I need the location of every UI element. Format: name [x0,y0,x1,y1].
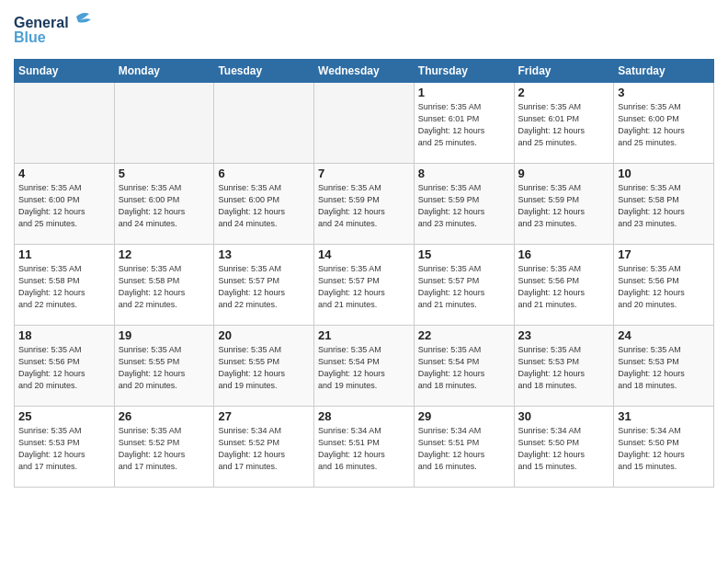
calendar-header-friday: Friday [514,60,614,83]
day-number: 24 [618,328,710,342]
day-info: Sunrise: 5:35 AM Sunset: 6:00 PM Dayligh… [18,182,110,230]
day-number: 30 [518,409,610,423]
day-number: 6 [218,167,310,180]
day-info: Sunrise: 5:35 AM Sunset: 5:54 PM Dayligh… [318,344,410,392]
calendar-cell: 8Sunrise: 5:35 AM Sunset: 5:59 PM Daylig… [414,164,514,245]
day-info: Sunrise: 5:35 AM Sunset: 5:55 PM Dayligh… [119,344,210,392]
calendar-cell: 27Sunrise: 5:34 AM Sunset: 5:52 PM Dayli… [214,407,314,488]
calendar-cell: 4Sunrise: 5:35 AM Sunset: 6:00 PM Daylig… [15,164,115,245]
calendar-cell: 5Sunrise: 5:35 AM Sunset: 6:00 PM Daylig… [114,164,214,245]
day-info: Sunrise: 5:35 AM Sunset: 5:58 PM Dayligh… [18,263,110,311]
calendar-header-monday: Monday [114,60,214,83]
calendar-table: SundayMondayTuesdayWednesdayThursdayFrid… [14,59,714,488]
day-number: 26 [119,409,210,423]
calendar-header-tuesday: Tuesday [214,60,314,83]
day-info: Sunrise: 5:35 AM Sunset: 5:53 PM Dayligh… [18,425,110,473]
day-number: 17 [618,247,710,261]
page: General Blue SundayMondayTuesdayWednesda… [0,0,728,497]
day-number: 2 [518,86,610,99]
day-number: 25 [18,409,110,423]
day-number: 15 [418,247,510,261]
day-number: 8 [418,167,510,180]
calendar-cell: 26Sunrise: 5:35 AM Sunset: 5:52 PM Dayli… [114,407,214,488]
svg-text:General: General [14,15,69,30]
day-info: Sunrise: 5:35 AM Sunset: 5:57 PM Dayligh… [318,263,410,311]
day-info: Sunrise: 5:35 AM Sunset: 6:01 PM Dayligh… [418,101,510,149]
calendar-cell: 21Sunrise: 5:35 AM Sunset: 5:54 PM Dayli… [314,326,415,407]
day-number: 23 [518,328,610,342]
calendar-header-row: SundayMondayTuesdayWednesdayThursdayFrid… [15,60,714,83]
calendar-cell: 1Sunrise: 5:35 AM Sunset: 6:01 PM Daylig… [414,83,514,164]
day-info: Sunrise: 5:35 AM Sunset: 5:59 PM Dayligh… [418,182,510,230]
calendar-cell [214,83,314,164]
calendar-header-saturday: Saturday [614,60,714,83]
calendar-cell: 3Sunrise: 5:35 AM Sunset: 6:00 PM Daylig… [614,83,714,164]
calendar-cell: 25Sunrise: 5:35 AM Sunset: 5:53 PM Dayli… [15,407,115,488]
day-number: 18 [18,328,110,342]
calendar-week-4: 18Sunrise: 5:35 AM Sunset: 5:56 PM Dayli… [15,326,714,407]
day-info: Sunrise: 5:35 AM Sunset: 5:55 PM Dayligh… [218,344,310,392]
day-number: 22 [418,328,510,342]
day-info: Sunrise: 5:35 AM Sunset: 6:00 PM Dayligh… [218,182,310,230]
day-number: 27 [218,409,310,423]
day-number: 4 [18,167,110,180]
day-number: 21 [318,328,410,342]
day-info: Sunrise: 5:35 AM Sunset: 5:57 PM Dayligh… [418,263,510,311]
calendar-header-wednesday: Wednesday [314,60,415,83]
calendar-cell: 19Sunrise: 5:35 AM Sunset: 5:55 PM Dayli… [114,326,214,407]
day-number: 12 [119,247,210,261]
day-info: Sunrise: 5:34 AM Sunset: 5:52 PM Dayligh… [218,425,310,473]
calendar-cell: 14Sunrise: 5:35 AM Sunset: 5:57 PM Dayli… [314,245,415,326]
calendar-cell: 20Sunrise: 5:35 AM Sunset: 5:55 PM Dayli… [214,326,314,407]
calendar-cell: 28Sunrise: 5:34 AM Sunset: 5:51 PM Dayli… [314,407,415,488]
day-number: 10 [618,167,710,180]
calendar-cell: 29Sunrise: 5:34 AM Sunset: 5:51 PM Dayli… [414,407,514,488]
day-info: Sunrise: 5:35 AM Sunset: 5:59 PM Dayligh… [318,182,410,230]
day-info: Sunrise: 5:34 AM Sunset: 5:50 PM Dayligh… [518,425,610,473]
calendar-week-1: 1Sunrise: 5:35 AM Sunset: 6:01 PM Daylig… [15,83,714,164]
calendar-cell: 2Sunrise: 5:35 AM Sunset: 6:01 PM Daylig… [514,83,614,164]
day-number: 19 [119,328,210,342]
calendar-cell: 13Sunrise: 5:35 AM Sunset: 5:57 PM Dayli… [214,245,314,326]
calendar-cell [15,83,115,164]
day-number: 1 [418,86,510,99]
calendar-cell: 10Sunrise: 5:35 AM Sunset: 5:58 PM Dayli… [614,164,714,245]
day-info: Sunrise: 5:35 AM Sunset: 6:00 PM Dayligh… [119,182,210,230]
day-info: Sunrise: 5:35 AM Sunset: 5:59 PM Dayligh… [518,182,610,230]
calendar-cell: 12Sunrise: 5:35 AM Sunset: 5:58 PM Dayli… [114,245,214,326]
calendar-cell [114,83,214,164]
day-number: 31 [618,409,710,423]
day-number: 14 [318,247,410,261]
calendar-week-3: 11Sunrise: 5:35 AM Sunset: 5:58 PM Dayli… [15,245,714,326]
calendar-cell: 30Sunrise: 5:34 AM Sunset: 5:50 PM Dayli… [514,407,614,488]
day-info: Sunrise: 5:35 AM Sunset: 5:53 PM Dayligh… [518,344,610,392]
svg-text:Blue: Blue [14,29,46,45]
day-number: 13 [218,247,310,261]
day-info: Sunrise: 5:35 AM Sunset: 5:58 PM Dayligh… [618,182,710,230]
day-number: 3 [618,86,710,99]
calendar-cell: 22Sunrise: 5:35 AM Sunset: 5:54 PM Dayli… [414,326,514,407]
calendar-header-sunday: Sunday [15,60,115,83]
day-number: 28 [318,409,410,423]
logo: General Blue [14,9,101,52]
calendar-week-5: 25Sunrise: 5:35 AM Sunset: 5:53 PM Dayli… [15,407,714,488]
calendar-cell: 17Sunrise: 5:35 AM Sunset: 5:56 PM Dayli… [614,245,714,326]
day-number: 16 [518,247,610,261]
day-info: Sunrise: 5:34 AM Sunset: 5:51 PM Dayligh… [418,425,510,473]
calendar-cell: 9Sunrise: 5:35 AM Sunset: 5:59 PM Daylig… [514,164,614,245]
day-info: Sunrise: 5:34 AM Sunset: 5:50 PM Dayligh… [618,425,710,473]
day-info: Sunrise: 5:35 AM Sunset: 5:52 PM Dayligh… [119,425,210,473]
day-number: 20 [218,328,310,342]
day-info: Sunrise: 5:35 AM Sunset: 5:56 PM Dayligh… [518,263,610,311]
day-info: Sunrise: 5:35 AM Sunset: 5:56 PM Dayligh… [618,263,710,311]
calendar-cell: 11Sunrise: 5:35 AM Sunset: 5:58 PM Dayli… [15,245,115,326]
day-info: Sunrise: 5:35 AM Sunset: 5:56 PM Dayligh… [18,344,110,392]
calendar-cell: 24Sunrise: 5:35 AM Sunset: 5:53 PM Dayli… [614,326,714,407]
calendar-cell: 7Sunrise: 5:35 AM Sunset: 5:59 PM Daylig… [314,164,415,245]
day-info: Sunrise: 5:35 AM Sunset: 5:54 PM Dayligh… [418,344,510,392]
calendar-cell: 15Sunrise: 5:35 AM Sunset: 5:57 PM Dayli… [414,245,514,326]
day-info: Sunrise: 5:35 AM Sunset: 6:01 PM Dayligh… [518,101,610,149]
calendar-header-thursday: Thursday [414,60,514,83]
day-number: 29 [418,409,510,423]
day-info: Sunrise: 5:34 AM Sunset: 5:51 PM Dayligh… [318,425,410,473]
